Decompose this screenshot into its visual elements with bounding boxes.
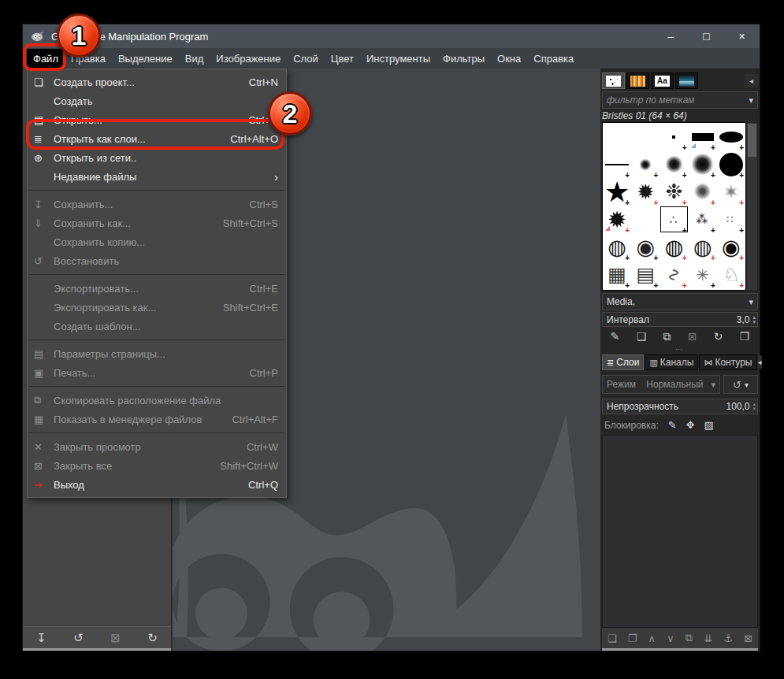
brush-cell[interactable]: + xyxy=(717,123,745,150)
file-save-as[interactable]: ⇓Сохранить как...Shift+Ctrl+S xyxy=(28,213,286,232)
file-recent[interactable]: Недавние файлы› xyxy=(28,167,286,186)
minimize-button[interactable]: – xyxy=(653,24,689,48)
brush-cell[interactable] xyxy=(631,206,660,233)
new-brush-button[interactable]: ❏ xyxy=(637,330,647,343)
file-save[interactable]: ↧Сохранить...Ctrl+S xyxy=(28,195,286,213)
dock-grip-handle[interactable]: ⋯ xyxy=(602,346,758,353)
menu-colors[interactable]: Цвет xyxy=(325,49,360,69)
tab-brushes[interactable] xyxy=(602,72,625,89)
brush-cell[interactable]: + xyxy=(689,123,717,150)
new-layer-group-button[interactable]: ❐ xyxy=(628,633,637,644)
file-print[interactable]: ▣Печать...Ctrl+P xyxy=(28,363,286,382)
brush-cell[interactable]: ∿+ xyxy=(660,261,688,288)
brush-cell[interactable]: ∷+ xyxy=(717,206,745,233)
menu-select[interactable]: Выделение xyxy=(112,49,179,69)
media-select[interactable]: Media, ▾ xyxy=(602,293,758,310)
brush-cell[interactable]: + xyxy=(631,150,660,178)
brush-cell[interactable] xyxy=(631,123,660,150)
spinner-arrows-icon[interactable]: ▴▾ xyxy=(752,315,756,325)
menu-tools[interactable]: Инструменты xyxy=(360,49,437,69)
file-save-copy[interactable]: Сохранить копию... xyxy=(28,232,286,251)
opacity-slider[interactable]: Непрозрачность 100,0 ▴▾ xyxy=(602,399,758,414)
panel-menu-button[interactable]: ◂ xyxy=(745,74,758,87)
menu-filters[interactable]: Фильтры xyxy=(437,49,491,69)
lock-alpha-icon[interactable]: ▨ xyxy=(704,419,714,431)
brush-cell[interactable]: ◉+ xyxy=(717,233,745,261)
menu-image[interactable]: Изображение xyxy=(210,49,287,69)
tab-fonts[interactable]: Aa xyxy=(651,72,674,89)
save-tool-preset-button[interactable]: ↧ xyxy=(36,631,46,645)
menu-windows[interactable]: Окна xyxy=(491,49,527,69)
brush-cell[interactable]: ✳+ xyxy=(689,261,717,288)
tab-channels[interactable]: ▥Каналы xyxy=(645,354,698,370)
brush-cell[interactable]: ✶+ xyxy=(717,178,745,206)
file-show-in-file-manager[interactable]: ▦Показать в менеджере файловCtrl+Alt+F xyxy=(28,410,286,429)
close-button[interactable]: × xyxy=(724,24,760,48)
lower-layer-button[interactable]: ∨ xyxy=(667,633,674,644)
delete-tool-preset-button[interactable]: ⊠ xyxy=(110,631,121,645)
tab-paths[interactable]: ⋈Контуры xyxy=(699,354,756,370)
file-open-location[interactable]: ⊕Открыть из сети.. xyxy=(28,148,286,167)
duplicate-brush-button[interactable]: ⧉ xyxy=(663,330,671,343)
brush-cell[interactable]: ❉+ xyxy=(660,178,688,206)
brush-cell[interactable]: ◉+ xyxy=(631,233,660,261)
brush-cell[interactable]: ♘+ xyxy=(717,261,745,288)
layer-mode-switch-button[interactable]: ↺ ▾ xyxy=(723,375,758,394)
tab-patterns[interactable] xyxy=(626,72,649,89)
tab-gradients[interactable] xyxy=(675,72,698,89)
lock-position-icon[interactable]: ✥ xyxy=(686,419,695,431)
edit-brush-button[interactable]: ✎ xyxy=(611,330,620,343)
file-copy-location[interactable]: ⧉Скопировать расположение файла xyxy=(28,391,286,410)
brush-cell[interactable]: ◍+ xyxy=(689,233,717,261)
brush-cell[interactable]: ✹+ xyxy=(603,206,631,233)
file-export-as[interactable]: Экспортировать как...Shift+Ctrl+E xyxy=(28,298,286,317)
spinner-arrows-icon[interactable]: ▴▾ xyxy=(752,402,756,411)
panel-menu-button[interactable]: ◂ xyxy=(758,355,762,369)
file-close-all[interactable]: ⊠Закрыть всеShift+Ctrl+W xyxy=(28,456,286,475)
scrollbar-thumb[interactable] xyxy=(748,124,756,157)
brush-scrollbar[interactable] xyxy=(746,122,758,291)
brush-cell[interactable] xyxy=(603,123,631,150)
open-brush-as-image-button[interactable]: ❐ xyxy=(740,330,750,343)
brush-cell[interactable]: + xyxy=(660,150,688,178)
brush-cell[interactable]: ✺+ xyxy=(689,178,717,206)
file-new-project[interactable]: ❏Создать проект...Ctrl+N xyxy=(28,72,286,91)
brush-cell[interactable]: + xyxy=(660,123,688,150)
brush-cell[interactable]: ✹+ xyxy=(631,178,660,206)
brush-cell[interactable]: + xyxy=(603,150,631,178)
brush-cell[interactable]: + xyxy=(689,150,717,178)
menu-view[interactable]: Вид xyxy=(179,49,210,69)
brush-cell[interactable]: ◍+ xyxy=(660,233,688,261)
brush-cell[interactable]: ⁂+ xyxy=(689,206,717,233)
layers-list[interactable] xyxy=(602,435,758,628)
file-create[interactable]: Создать› xyxy=(28,91,286,110)
new-layer-button[interactable]: ❏ xyxy=(608,633,617,644)
delete-brush-button[interactable]: ⊠ xyxy=(688,330,697,343)
brush-cell[interactable]: + xyxy=(717,150,745,178)
file-close-view[interactable]: ✕Закрыть просмотрCtrl+W xyxy=(28,437,286,456)
duplicate-layer-button[interactable]: ⧉ xyxy=(686,632,693,644)
reset-tool-options-button[interactable]: ↻ xyxy=(147,631,158,645)
brush-cell[interactable]: ◍+ xyxy=(603,233,631,261)
file-create-template[interactable]: Создать шаблон... xyxy=(28,317,286,336)
brush-cell[interactable]: ▦+ xyxy=(603,261,631,288)
spacing-spinner[interactable]: Интервал 3,0 ▴▾ xyxy=(602,312,758,327)
menu-layer[interactable]: Слой xyxy=(287,49,325,69)
tag-filter-input[interactable]: фильтр по меткам ▾ xyxy=(602,91,758,109)
maximize-button[interactable]: □ xyxy=(689,24,724,48)
brush-cell[interactable]: ★+ xyxy=(603,178,631,206)
restore-tool-preset-button[interactable]: ↺ xyxy=(73,631,84,645)
file-quit[interactable]: ➜ВыходCtrl+Q xyxy=(28,475,286,494)
file-revert[interactable]: ↺Восстановить xyxy=(28,251,286,270)
menu-help[interactable]: Справка xyxy=(527,49,580,69)
file-export[interactable]: Экспортировать...Ctrl+E xyxy=(28,279,286,298)
lock-pixels-icon[interactable]: ✎ xyxy=(668,419,677,431)
brush-cell[interactable]: ▤+ xyxy=(631,261,660,288)
refresh-brushes-button[interactable]: ↻ xyxy=(714,330,723,343)
delete-layer-button[interactable]: ⊠ xyxy=(744,633,752,644)
tab-layers[interactable]: ≣Слои xyxy=(602,354,644,370)
brush-cell[interactable]: ∴+ xyxy=(660,206,688,233)
layer-mode-select[interactable]: Режим Нормальный ▾ xyxy=(602,375,720,394)
anchor-layer-button[interactable]: ⚓ xyxy=(723,633,733,644)
merge-layer-button[interactable]: ⇊ xyxy=(704,633,712,644)
